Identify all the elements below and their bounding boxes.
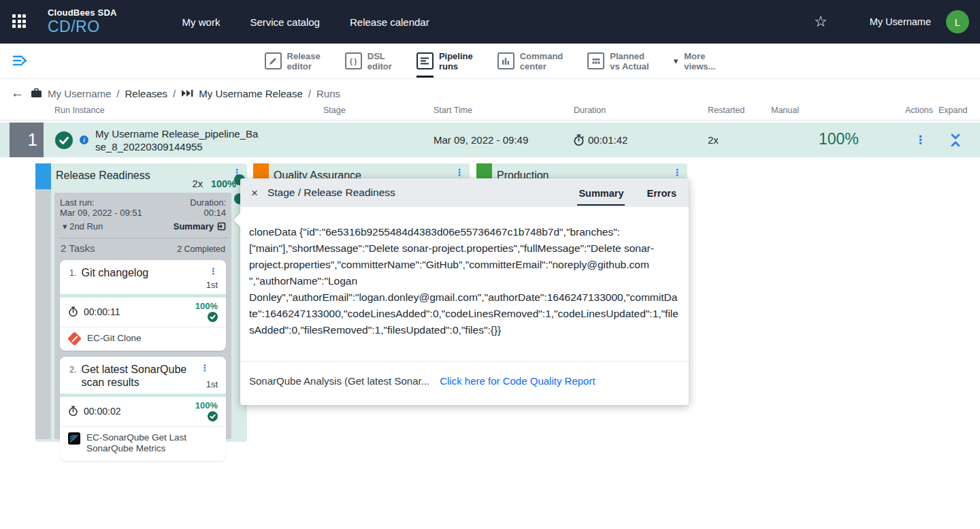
brand-logo: CD/RO (48, 18, 117, 35)
panel-divider (59, 238, 227, 238)
more-views-dropdown[interactable]: ▾ More views... (674, 51, 716, 71)
top-navbar: CloudBees SDA CD/RO My work Service cata… (0, 0, 980, 44)
tab-dsl-editor[interactable]: { } DSL editor (345, 51, 392, 71)
tab-errors[interactable]: Errors (645, 180, 678, 206)
breadcrumb-release[interactable]: My Username Release (199, 88, 303, 99)
brand-block: CloudBees SDA CD/RO (48, 8, 117, 36)
nav-service-catalog[interactable]: Service catalog (250, 16, 320, 28)
chevron-down-icon: ▾ (674, 56, 679, 66)
task-card-git-changelog[interactable]: 1. Git changelog ⋮ 1st 00:00:11 100% (60, 260, 226, 351)
view-label-line: Release (287, 51, 321, 61)
pipeline-icon (181, 89, 193, 97)
back-arrow-icon[interactable]: ← (11, 86, 24, 101)
col-header-run-instance: Run Instance (54, 106, 105, 115)
col-header-start-time: Start Time (434, 106, 472, 115)
navbar-right: ☆ My Username L (814, 10, 969, 33)
breadcrumb-separator: / (308, 88, 311, 99)
stage-color-badge (35, 163, 51, 189)
sonarqube-icon (68, 432, 80, 445)
stage-summary-link[interactable]: Summary (174, 221, 226, 231)
task-divider (60, 327, 226, 327)
app-launcher-icon[interactable] (12, 14, 27, 29)
task-kebab-icon[interactable]: ⋮ (200, 364, 209, 372)
col-header-restarted: Restarted (708, 106, 745, 115)
view-label-line: DSL (368, 51, 392, 61)
stopwatch-icon (573, 134, 585, 146)
task-card-sonarqube[interactable]: 2. Get latest SonarQube scan results ⋮ 1… (60, 357, 226, 461)
run-start-time: Mar 09, 2022 - 09:49 (434, 134, 528, 146)
last-run-value: Mar 09, 2022 - 09:51 (60, 208, 142, 218)
table-header-divider (0, 120, 980, 121)
content-area: ← My Username / Releases / My Username R… (0, 79, 980, 529)
task-progress: 100% (195, 400, 218, 411)
task-name: Git changelog (81, 266, 209, 279)
open-summary-icon (217, 222, 226, 231)
stage-stats: 2x 100% (193, 178, 236, 189)
run-index-badge: 1 (10, 123, 44, 157)
run-progress: 100% (819, 130, 859, 148)
stage-duration-label: Duration: (190, 197, 226, 208)
task-kebab-icon[interactable]: ⋮ (209, 267, 218, 276)
clone-data-text: cloneData {"id":"6e5316b9255484d4383d06e… (240, 207, 689, 361)
project-briefcase-icon (31, 88, 42, 99)
chevron-down-icon: ▾ (63, 221, 67, 231)
nav-release-calendar[interactable]: Release calendar (350, 16, 429, 28)
task-success-check-icon (208, 312, 218, 322)
col-header-stage: Stage (323, 106, 346, 115)
braces-icon: { } (345, 52, 362, 69)
git-icon (67, 332, 82, 346)
col-header-manual: Manual (771, 106, 799, 115)
col-header-expand: Expand (938, 106, 967, 115)
run-row[interactable]: 1 i My Username Release_pipeline_Base_8_… (0, 123, 980, 157)
run-actions-kebab-icon[interactable]: ⋮ (915, 134, 926, 146)
view-label-line: editor (368, 61, 392, 71)
stage-card-release-readiness: Release Readiness ⋮ 2x 100% Last run: Ma… (35, 163, 247, 442)
run-name: My Username Release_pipeline_Base_8_2022… (95, 127, 260, 153)
pipeline-runs-icon (416, 52, 434, 69)
view-label-line: vs Actual (610, 61, 649, 71)
task-progress-bar (60, 294, 226, 298)
view-label-line: Command (520, 51, 564, 61)
stopwatch-icon (68, 406, 78, 417)
tab-command-center[interactable]: Command center (497, 51, 564, 71)
product-name: CloudBees SDA (48, 8, 117, 18)
last-run-block: Last run: Mar 09, 2022 - 09:51 (60, 197, 142, 218)
code-quality-report-link[interactable]: Click here for Code Quality Report (440, 375, 595, 387)
summary-link-label: Summary (174, 221, 214, 231)
stage-title: Release Readiness (56, 170, 150, 182)
task-plugin: EC-SonarQube Get Last SonarQube Metrics (86, 432, 218, 454)
tab-pipeline-runs[interactable]: Pipeline runs (416, 51, 473, 71)
stage-rail (35, 189, 51, 439)
collapse-row-icon[interactable] (948, 133, 963, 148)
breadcrumb-releases[interactable]: Releases (125, 88, 168, 99)
task-attempt: 1st (68, 280, 218, 290)
avatar[interactable]: L (946, 10, 969, 33)
tab-summary[interactable]: Summary (577, 180, 625, 206)
tab-planned-vs-actual[interactable]: Planned vs Actual (587, 51, 649, 71)
view-label-line: More (684, 51, 715, 61)
task-divider (60, 426, 226, 427)
favorites-star-icon[interactable]: ☆ (814, 13, 828, 31)
run-restarted: 2x (708, 134, 719, 146)
task-success-check-icon (208, 411, 218, 421)
view-label-line: Pipeline (439, 51, 473, 61)
info-icon[interactable]: i (80, 135, 88, 144)
bar-chart-icon (497, 52, 514, 69)
last-run-label: Last run: (60, 197, 142, 208)
nav-links: My work Service catalog Release calendar (182, 16, 429, 28)
task-name: Get latest SonarQube scan results (81, 363, 200, 389)
stage-kebab-icon[interactable]: ⋮ (455, 167, 464, 177)
breadcrumb: ← My Username / Releases / My Username R… (11, 85, 340, 101)
breadcrumb-project[interactable]: My Username (48, 88, 111, 99)
task-plugin: EC-Git Clone (87, 333, 142, 344)
tab-release-editor[interactable]: Release editor (265, 51, 321, 71)
close-icon[interactable]: × (251, 187, 258, 199)
nav-my-work[interactable]: My work (182, 16, 220, 28)
run-select-dropdown[interactable]: ▾ 2nd Run (60, 221, 103, 231)
expand-menu-icon[interactable] (12, 54, 29, 71)
view-label-line: runs (439, 61, 473, 71)
username-menu[interactable]: My Username (870, 16, 931, 27)
task-number: 2. (69, 365, 76, 374)
view-label-line: editor (287, 61, 321, 71)
stage-kebab-icon[interactable]: ⋮ (672, 167, 682, 177)
